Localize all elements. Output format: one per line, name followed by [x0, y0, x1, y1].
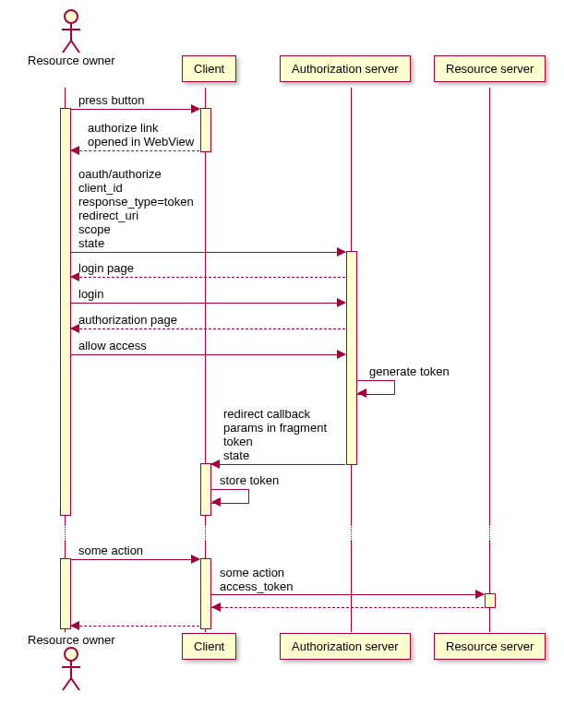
- msg-authorize-link: authorize link opened in WebView: [88, 122, 194, 149]
- participant-auth-top: Authorization server: [280, 55, 411, 82]
- participant-client-bottom: Client: [182, 633, 236, 660]
- svg-line-9: [71, 678, 79, 690]
- svg-line-3: [63, 41, 71, 53]
- actor-resource-owner-bottom: Resource owner: [28, 633, 115, 691]
- msg-login-page: login page: [78, 262, 134, 276]
- msg-return-client-owner: [70, 626, 199, 627]
- actor-icon: [60, 9, 82, 54]
- actor-icon: [60, 647, 82, 691]
- msg-return-res-client: [211, 607, 484, 608]
- activation-auth: [346, 251, 357, 465]
- svg-line-4: [71, 41, 79, 53]
- participant-client-top: Client: [182, 55, 236, 82]
- msg-store-token: store token: [220, 474, 279, 488]
- activation-owner: [60, 108, 71, 516]
- sequence-diagram: Resource owner Client Authorization serv…: [9, 9, 555, 719]
- msg-oauth-authorize: oauth/authorize client_id response_type=…: [78, 168, 194, 251]
- msg-login: login: [78, 288, 103, 302]
- lifeline-res: [489, 88, 490, 632]
- activation-client-2: [200, 463, 211, 516]
- svg-point-0: [65, 10, 78, 23]
- msg-auth-page: authorization page: [78, 314, 177, 328]
- activation-res: [485, 593, 496, 608]
- activation-client-1: [200, 108, 211, 152]
- msg-generate-token: generate token: [369, 365, 450, 379]
- activation-client-3: [200, 558, 211, 629]
- actor-label: Resource owner: [28, 633, 115, 647]
- participant-res-top: Resource server: [434, 55, 546, 82]
- participant-auth-bottom: Authorization server: [280, 633, 411, 660]
- msg-some-action: some action: [78, 544, 143, 558]
- actor-label: Resource owner: [28, 54, 115, 67]
- participant-res-bottom: Resource server: [434, 633, 546, 660]
- svg-line-8: [63, 678, 71, 690]
- svg-point-5: [65, 648, 78, 661]
- msg-some-action-token: some action access_token: [220, 567, 294, 594]
- msg-redirect-callback: redirect callback params in fragment tok…: [223, 408, 327, 463]
- msg-allow-access: allow access: [78, 340, 147, 353]
- activation-owner-2: [60, 558, 71, 629]
- actor-resource-owner-top: Resource owner: [28, 9, 115, 67]
- msg-press-button: press button: [78, 94, 145, 108]
- lifeline-client: [205, 88, 206, 632]
